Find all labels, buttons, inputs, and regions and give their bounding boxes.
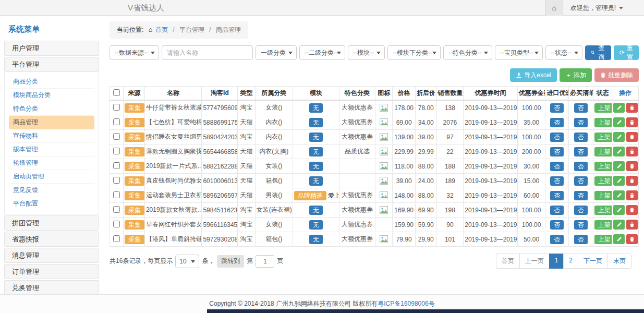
import-select-badge[interactable]: 否 (550, 191, 564, 200)
page-link[interactable]: 2 (563, 254, 578, 269)
import-select-badge[interactable]: 否 (550, 118, 564, 127)
reset-button[interactable]: ⟳ 重置 (614, 45, 639, 60)
status-badge[interactable]: 上架 (594, 133, 612, 142)
status-badge[interactable]: 上架 (594, 191, 612, 200)
edit-button[interactable] (613, 190, 625, 200)
row-checkbox[interactable] (113, 191, 120, 198)
sidebar-group-header[interactable]: 兑换管理 (4, 280, 99, 295)
batch-delete-button[interactable]: 批量删除 (594, 68, 639, 82)
user-menu[interactable]: 欢迎您，管理员! (570, 4, 623, 13)
delete-button[interactable] (626, 205, 638, 215)
per-page-select[interactable]: 10 (175, 255, 199, 268)
must-buy-badge[interactable]: 否 (574, 220, 588, 230)
must-buy-badge[interactable]: 否 (574, 133, 588, 142)
sidebar-group-header[interactable]: 平台管理 (4, 57, 99, 72)
home-button[interactable]: ⌂ (545, 0, 563, 16)
row-checkbox[interactable] (113, 148, 120, 154)
row-checkbox[interactable] (113, 162, 120, 169)
edit-button[interactable] (613, 103, 625, 113)
page-link[interactable]: 末页 (607, 254, 631, 269)
filter-select-item-type[interactable]: --宝贝类型-- (495, 45, 543, 60)
import-select-badge[interactable]: 否 (550, 235, 564, 244)
sidebar-item[interactable]: 平台配置 (9, 197, 94, 211)
page-number-input[interactable] (256, 255, 274, 268)
sidebar-item[interactable]: 模块商品分类 (9, 89, 94, 102)
sidebar-group-header[interactable]: 消息管理 (4, 248, 99, 263)
sidebar-item[interactable]: 轮播管理 (9, 156, 94, 170)
delete-button[interactable] (626, 176, 638, 186)
status-badge[interactable]: 上架 (594, 176, 612, 186)
edit-button[interactable] (613, 176, 625, 186)
filter-select-feature[interactable]: --特色分类-- (443, 45, 492, 60)
sidebar-group-header[interactable]: 用户管理 (4, 41, 99, 56)
page-link[interactable]: 首页 (496, 254, 520, 269)
delete-button[interactable] (626, 132, 638, 142)
status-badge[interactable]: 上架 (594, 206, 612, 215)
page-link[interactable]: 下一页 (578, 254, 608, 269)
filter-select-module[interactable]: --模块-- (348, 45, 385, 60)
row-checkbox[interactable] (113, 221, 120, 227)
sidebar-group-header[interactable]: 省惠快报 (4, 232, 99, 247)
status-badge[interactable]: 上架 (594, 220, 612, 230)
must-buy-badge[interactable]: 否 (574, 191, 588, 200)
import-select-badge[interactable]: 否 (550, 220, 564, 230)
filter-select-category-l1[interactable]: 一级分类 (256, 45, 297, 60)
must-buy-badge[interactable]: 否 (574, 206, 588, 215)
sidebar-item[interactable]: 商品分类 (9, 75, 94, 89)
import-select-badge[interactable]: 否 (550, 176, 564, 186)
icp-link[interactable]: 粤ICP备16098006号 (378, 300, 434, 307)
status-badge[interactable]: 上架 (594, 162, 612, 171)
import-select-badge[interactable]: 否 (550, 162, 564, 171)
delete-button[interactable] (626, 190, 638, 200)
import-select-badge[interactable]: 否 (550, 133, 564, 142)
search-button[interactable]: 查询 (585, 45, 611, 60)
row-checkbox[interactable] (113, 206, 120, 213)
sidebar-item[interactable]: 版本管理 (9, 143, 94, 156)
edit-button[interactable] (613, 234, 625, 244)
import-select-badge[interactable]: 否 (550, 103, 564, 113)
edit-button[interactable] (613, 220, 625, 230)
edit-button[interactable] (613, 147, 625, 156)
must-buy-badge[interactable]: 否 (574, 118, 588, 127)
page-link[interactable]: 上一页 (519, 254, 550, 269)
must-buy-badge[interactable]: 否 (574, 162, 588, 171)
edit-button[interactable] (613, 132, 625, 142)
filter-name-input[interactable] (162, 45, 253, 60)
import-excel-button[interactable]: 导入excel (510, 68, 557, 82)
status-badge[interactable]: 上架 (594, 147, 612, 156)
row-checkbox[interactable] (113, 118, 120, 125)
edit-button[interactable] (613, 117, 625, 127)
status-badge[interactable]: 上架 (594, 235, 612, 244)
filter-select-data-source[interactable]: --数据来源-- (110, 45, 159, 60)
sidebar-item[interactable]: 意见反馈 (9, 184, 94, 197)
select-all-checkbox[interactable] (113, 89, 120, 96)
sidebar-group-header[interactable]: 订单管理 (4, 264, 99, 279)
filter-select-module-sub[interactable]: --模块下分类-- (387, 45, 441, 60)
sidebar-group-header[interactable]: 拼团管理 (4, 215, 99, 231)
status-badge[interactable]: 上架 (594, 103, 612, 113)
delete-button[interactable] (626, 161, 638, 171)
delete-button[interactable] (626, 117, 638, 127)
import-select-badge[interactable]: 否 (550, 147, 564, 156)
must-buy-badge[interactable]: 否 (574, 235, 588, 244)
sidebar-item[interactable]: 商品管理 (9, 116, 94, 129)
delete-button[interactable] (626, 147, 638, 156)
breadcrumb-home-link[interactable]: 首页 (155, 26, 168, 33)
delete-button[interactable] (626, 234, 638, 244)
row-checkbox[interactable] (113, 104, 120, 111)
must-buy-badge[interactable]: 否 (574, 176, 588, 186)
row-checkbox[interactable] (113, 133, 120, 140)
filter-select-category-l2[interactable]: --二级分类-- (299, 45, 345, 60)
sidebar-item[interactable]: 宣传物料 (9, 129, 94, 143)
add-button[interactable]: ＋ 添加 (560, 68, 592, 82)
edit-button[interactable] (613, 205, 625, 215)
page-link[interactable]: 1 (549, 254, 564, 269)
jump-button[interactable]: 跳转到 (217, 255, 244, 268)
delete-button[interactable] (626, 103, 638, 113)
must-buy-badge[interactable]: 否 (574, 147, 588, 156)
delete-button[interactable] (626, 220, 638, 230)
must-buy-badge[interactable]: 否 (574, 103, 588, 113)
status-badge[interactable]: 上架 (594, 118, 612, 127)
edit-button[interactable] (613, 161, 625, 171)
row-checkbox[interactable] (113, 235, 120, 242)
